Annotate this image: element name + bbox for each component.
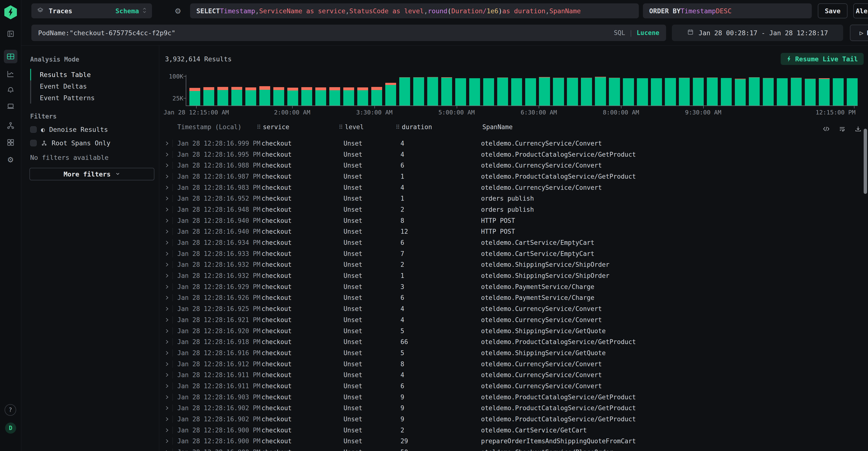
- histogram-bar[interactable]: [441, 77, 452, 106]
- histogram-bar[interactable]: [805, 79, 816, 106]
- drag-handle-icon[interactable]: ⠿: [339, 124, 343, 131]
- drag-handle-icon[interactable]: ⠿: [396, 124, 400, 131]
- expand-chevron-icon[interactable]: [164, 428, 169, 433]
- expand-chevron-icon[interactable]: [164, 339, 169, 344]
- table-row[interactable]: Jan 28 12:28:16.900 PMcheckoutUnset29pre…: [159, 436, 868, 447]
- histogram-bar[interactable]: [357, 87, 368, 106]
- histogram-bar[interactable]: [553, 78, 564, 106]
- histogram-bar[interactable]: [847, 78, 858, 106]
- drag-handle-icon[interactable]: ⠿: [257, 124, 261, 131]
- order-by-editor[interactable]: ORDER BY Timestamp DESC: [643, 3, 812, 18]
- source-settings-gear-icon[interactable]: ⚙: [175, 5, 181, 16]
- table-row[interactable]: Jan 28 12:28:16.983 PMcheckoutUnset4otel…: [159, 182, 868, 193]
- nav-dashboards-icon[interactable]: [4, 136, 18, 149]
- histogram-bar[interactable]: [595, 77, 606, 106]
- search-input[interactable]: PodName:"checkout-675775c4cc-f2p9c" SQL …: [31, 25, 666, 41]
- table-row[interactable]: Jan 28 12:28:16.995 PMcheckoutUnset4otel…: [159, 149, 868, 160]
- histogram-bar[interactable]: [679, 78, 690, 106]
- expand-chevron-icon[interactable]: [164, 361, 169, 367]
- expand-chevron-icon[interactable]: [164, 174, 169, 179]
- expand-chevron-icon[interactable]: [164, 450, 169, 451]
- nav-service-map-icon[interactable]: [4, 119, 18, 132]
- histogram-bar[interactable]: [371, 87, 382, 106]
- histogram-bar[interactable]: [189, 88, 200, 106]
- histogram-bar[interactable]: [693, 78, 704, 106]
- histogram-bar[interactable]: [413, 77, 424, 106]
- histogram-bar[interactable]: [217, 87, 228, 106]
- histogram-bar[interactable]: [469, 78, 480, 106]
- expand-chevron-icon[interactable]: [164, 372, 169, 377]
- histogram-bar[interactable]: [749, 77, 760, 106]
- table-row[interactable]: Jan 28 12:28:16.932 PMcheckoutUnset1otel…: [159, 270, 868, 281]
- histogram-bar[interactable]: [763, 78, 774, 106]
- histogram-bar[interactable]: [329, 87, 340, 106]
- sql-select-editor[interactable]: SELECT Timestamp, ServiceName as service…: [190, 3, 639, 18]
- mode-lucene[interactable]: Lucene: [637, 29, 659, 36]
- expand-chevron-icon[interactable]: [164, 218, 169, 223]
- filter-toggle[interactable]: ◐Denoise Results: [30, 126, 108, 133]
- histogram-bar[interactable]: [581, 78, 592, 106]
- expand-chevron-icon[interactable]: [164, 152, 169, 157]
- table-row[interactable]: Jan 28 12:28:16.929 PMcheckoutUnset3otel…: [159, 281, 868, 292]
- expand-chevron-icon[interactable]: [164, 317, 169, 322]
- expand-chevron-icon[interactable]: [164, 295, 169, 300]
- histogram-bar[interactable]: [791, 78, 802, 106]
- col-header-timestamp[interactable]: Timestamp (Local): [173, 123, 261, 134]
- time-range-picker[interactable]: Jan 28 00:28:17 - Jan 28 12:28:17: [672, 25, 843, 41]
- table-row[interactable]: Jan 28 12:28:16.903 PMcheckoutUnset9otel…: [159, 392, 868, 403]
- table-row[interactable]: Jan 28 12:28:16.900 PMcheckoutUnset2otel…: [159, 425, 868, 436]
- table-row[interactable]: Jan 28 12:28:16.918 PMcheckoutUnset66ote…: [159, 336, 868, 347]
- histogram-bar[interactable]: [231, 87, 242, 106]
- nav-chart-explorer[interactable]: [4, 67, 18, 81]
- histogram-bar[interactable]: [833, 78, 844, 106]
- expand-chevron-icon[interactable]: [164, 273, 169, 278]
- histogram-bar[interactable]: [539, 77, 550, 106]
- histogram-bar[interactable]: [343, 87, 354, 106]
- expand-chevron-icon[interactable]: [164, 141, 169, 146]
- expand-chevron-icon[interactable]: [164, 229, 169, 234]
- histogram-bar[interactable]: [259, 86, 270, 106]
- table-row[interactable]: Jan 28 12:28:16.900 PMcheckoutUnset50ote…: [159, 447, 868, 451]
- histogram-bar[interactable]: [637, 78, 648, 106]
- col-header-duration[interactable]: ⠿duration: [400, 123, 481, 134]
- expand-chevron-icon[interactable]: [164, 207, 169, 212]
- filter-toggle[interactable]: Root Spans Only: [30, 139, 111, 147]
- vertical-scrollbar[interactable]: [864, 129, 867, 194]
- expand-chevron-icon[interactable]: [164, 196, 169, 201]
- expand-chevron-icon[interactable]: [164, 185, 169, 190]
- histogram-bar[interactable]: [721, 78, 732, 106]
- user-avatar[interactable]: D: [5, 423, 16, 433]
- nav-alerts-bell-icon[interactable]: [4, 83, 18, 96]
- table-row[interactable]: Jan 28 12:28:16.940 PMcheckoutUnset12HTT…: [159, 226, 868, 237]
- histogram-bar[interactable]: [567, 78, 578, 106]
- expand-chevron-icon[interactable]: [164, 405, 169, 411]
- alerts-button[interactable]: Alerts: [853, 3, 868, 18]
- expand-chevron-icon[interactable]: [164, 163, 169, 168]
- table-row[interactable]: Jan 28 12:28:16.952 PMcheckoutUnset1orde…: [159, 193, 868, 204]
- run-button[interactable]: ▷ Run: [850, 25, 868, 41]
- histogram-bar[interactable]: [623, 78, 634, 106]
- histogram-bar[interactable]: [287, 88, 298, 106]
- expand-chevron-icon[interactable]: [164, 251, 169, 256]
- nav-settings-gear-icon[interactable]: ⚙: [4, 152, 18, 166]
- help-icon[interactable]: ?: [5, 404, 16, 416]
- histogram-bar[interactable]: [315, 87, 326, 106]
- histogram-bar[interactable]: [385, 83, 396, 106]
- expand-chevron-icon[interactable]: [164, 240, 169, 245]
- expand-chevron-icon[interactable]: [164, 439, 169, 444]
- table-row[interactable]: Jan 28 12:28:16.920 PMcheckoutUnset5otel…: [159, 326, 868, 337]
- histogram-bar[interactable]: [455, 78, 466, 106]
- table-row[interactable]: Jan 28 12:28:16.987 PMcheckoutUnset1otel…: [159, 171, 868, 182]
- table-row[interactable]: Jan 28 12:28:16.912 PMcheckoutUnset8otel…: [159, 359, 868, 370]
- table-row[interactable]: Jan 28 12:28:16.911 PMcheckoutUnset6otel…: [159, 380, 868, 392]
- checkbox[interactable]: [30, 126, 37, 133]
- histogram-bar[interactable]: [204, 87, 214, 106]
- histogram-bar[interactable]: [427, 77, 438, 106]
- table-row[interactable]: Jan 28 12:28:16.988 PMcheckoutUnset6otel…: [159, 160, 868, 171]
- histogram-bar[interactable]: [301, 87, 312, 106]
- app-logo[interactable]: [4, 5, 17, 19]
- nav-search-results-table[interactable]: [4, 50, 18, 63]
- col-header-spanname[interactable]: ⠿SpanName: [481, 123, 868, 134]
- table-row[interactable]: Jan 28 12:28:16.902 PMcheckoutUnset9otel…: [159, 403, 868, 414]
- analysis-mode-item[interactable]: Event Patterns: [30, 92, 95, 104]
